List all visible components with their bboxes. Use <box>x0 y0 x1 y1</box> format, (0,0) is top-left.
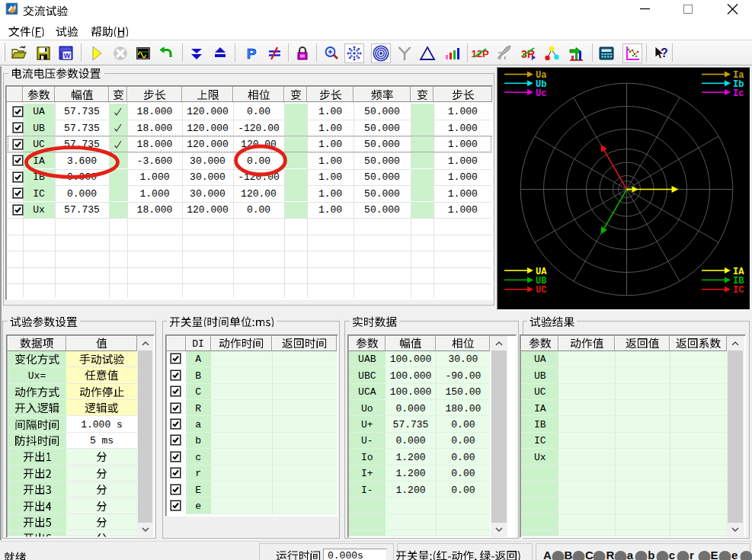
svg-text:?: ? <box>661 46 668 59</box>
svg-text:Uc: Uc <box>536 88 546 99</box>
svg-text:IC: IC <box>733 285 744 296</box>
svg-text:Ic: Ic <box>733 88 744 99</box>
svg-text:P: P <box>247 46 257 62</box>
svg-text:P: P <box>531 55 536 62</box>
svg-text:UC: UC <box>536 285 546 296</box>
svg-text:12P: 12P <box>472 48 489 59</box>
svg-text:W: W <box>64 52 71 59</box>
